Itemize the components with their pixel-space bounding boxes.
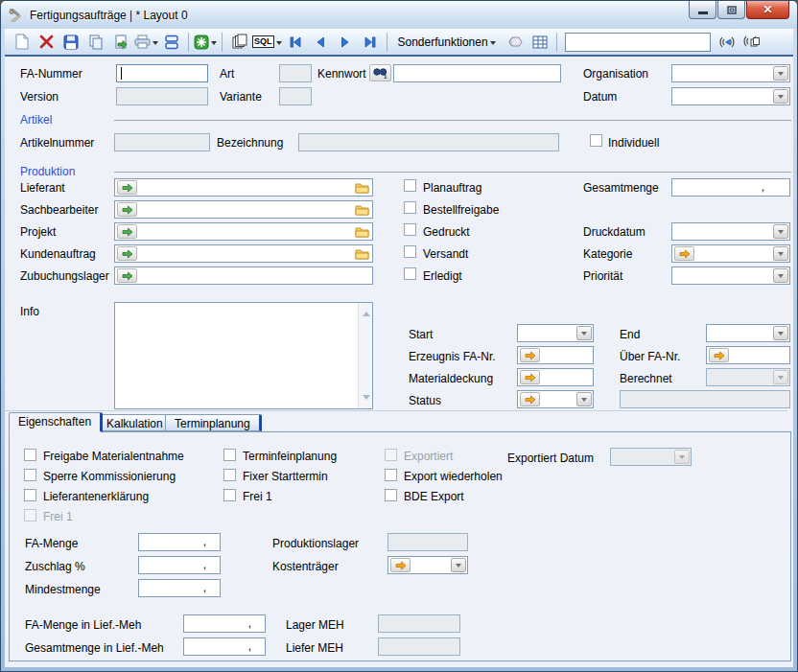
goto-sachbearbeiter-button[interactable]	[117, 202, 137, 217]
sql-button[interactable]: SQL	[252, 31, 282, 54]
chevron-down-icon[interactable]	[451, 558, 466, 572]
save-button[interactable]	[59, 31, 82, 54]
start-combo[interactable]	[517, 324, 594, 342]
minimize-button[interactable]	[689, 1, 716, 19]
terminfeinplanung-checkbox[interactable]	[223, 449, 236, 461]
tab-eigenschaften[interactable]: Eigenschaften	[9, 412, 103, 432]
fa-nummer-input[interactable]	[116, 64, 208, 82]
sachbearbeiter-input[interactable]	[114, 200, 373, 219]
artikelnummer-input[interactable]	[114, 133, 210, 151]
planauftrag-checkbox[interactable]	[404, 179, 416, 192]
sachbearbeiter-folder-icon[interactable]	[355, 203, 369, 216]
lieferant-input[interactable]	[114, 178, 373, 197]
copy-button[interactable]	[84, 31, 107, 54]
scroll-down-icon[interactable]	[363, 395, 370, 404]
goto-erzeugnis-button[interactable]	[520, 348, 540, 362]
versandt-checkbox[interactable]	[404, 245, 416, 258]
fa-menge-input[interactable]: ,	[138, 533, 221, 551]
status-combo[interactable]	[517, 390, 594, 408]
info-scrollbar[interactable]	[358, 303, 372, 408]
bde-export-checkbox[interactable]	[385, 489, 397, 501]
tab-terminplanung[interactable]: Terminplanung	[165, 414, 262, 431]
chevron-down-icon[interactable]	[674, 450, 690, 464]
liefer-meh-input[interactable]	[378, 637, 460, 656]
toolbar-search-input[interactable]	[565, 33, 711, 52]
erzeugnis-fa-nr-input[interactable]	[517, 346, 594, 364]
goto-status-button[interactable]	[520, 392, 540, 406]
sonderfunktionen-button[interactable]: Sonderfunktionen	[392, 31, 502, 54]
prioritaet-combo[interactable]	[671, 266, 790, 285]
chevron-down-icon[interactable]	[773, 66, 788, 81]
goto-projekt-button[interactable]	[117, 224, 137, 239]
nav-prev-button[interactable]	[309, 31, 332, 54]
chevron-down-icon[interactable]	[773, 246, 788, 261]
gesamtmenge-lief-input[interactable]: ,	[183, 637, 266, 656]
paste-button[interactable]	[109, 31, 132, 54]
chevron-down-icon[interactable]	[576, 392, 592, 406]
tab-kalkulation[interactable]: Kalkulation	[97, 414, 175, 431]
kostentraeger-combo[interactable]	[387, 556, 468, 574]
chevron-down-icon[interactable]	[773, 326, 788, 340]
chevron-down-icon[interactable]	[773, 370, 788, 384]
goto-kostentraeger-button[interactable]	[390, 558, 411, 572]
info-textarea[interactable]	[114, 302, 373, 409]
individuell-checkbox[interactable]	[590, 134, 602, 147]
version-input[interactable]	[116, 87, 208, 105]
produktionslager-input[interactable]	[387, 533, 468, 551]
fa-menge-lief-input[interactable]: ,	[183, 614, 266, 633]
mindestmenge-input[interactable]: ,	[138, 579, 221, 597]
projekt-input[interactable]	[114, 222, 373, 241]
lieferant-folder-icon[interactable]	[355, 181, 369, 194]
gesamtmenge-input[interactable]: ,	[671, 178, 790, 197]
ueber-fa-nr-input[interactable]	[706, 346, 790, 364]
goto-ueber-button[interactable]	[709, 348, 729, 362]
lager-meh-input[interactable]	[378, 614, 460, 633]
nav-last-button[interactable]	[359, 31, 382, 54]
goto-zubuchungslager-button[interactable]	[117, 268, 137, 283]
new-button[interactable]	[10, 31, 33, 54]
export-wiederholen-checkbox[interactable]	[385, 469, 397, 481]
kennwort-search-button[interactable]: 1	[369, 64, 391, 81]
kennwort-input[interactable]	[393, 64, 561, 82]
lieferantenerklaerung-checkbox[interactable]	[24, 489, 36, 501]
art-input[interactable]	[279, 64, 312, 82]
nav-first-button[interactable]	[284, 31, 307, 54]
bezeichnung-input[interactable]	[298, 133, 559, 151]
broadcast-all-button[interactable]	[740, 31, 763, 54]
chevron-down-icon[interactable]	[773, 89, 788, 104]
druckdatum-combo[interactable]	[671, 222, 790, 241]
goto-materialdeckung-button[interactable]	[520, 370, 540, 384]
refresh-button[interactable]	[194, 31, 217, 54]
freigabe-materialentnahme-checkbox[interactable]	[24, 449, 36, 461]
broadcast-button[interactable]	[716, 31, 739, 54]
kategorie-combo[interactable]	[671, 244, 790, 263]
end-combo[interactable]	[706, 324, 790, 342]
goto-kategorie-button[interactable]	[674, 246, 694, 261]
delete-button[interactable]	[35, 31, 58, 54]
chevron-down-icon[interactable]	[773, 224, 788, 239]
scroll-up-icon[interactable]	[363, 308, 370, 316]
sperre-kommissionierung-checkbox[interactable]	[24, 469, 36, 481]
zubuchungslager-input[interactable]	[114, 266, 373, 285]
pages-button[interactable]	[227, 31, 250, 54]
kundenauftrag-input[interactable]	[114, 244, 373, 263]
layout-button[interactable]	[160, 31, 183, 54]
datum-combo[interactable]	[671, 87, 790, 105]
restore-button[interactable]	[717, 1, 745, 19]
print-button[interactable]	[134, 31, 158, 54]
exportiert-datum-combo[interactable]	[610, 448, 692, 466]
kundenauftrag-folder-icon[interactable]	[355, 247, 369, 260]
nav-next-button[interactable]	[334, 31, 357, 54]
frei1-mitte-checkbox[interactable]	[223, 489, 236, 501]
grid-button[interactable]	[528, 31, 552, 54]
organisation-combo[interactable]	[671, 64, 790, 82]
gedruckt-checkbox[interactable]	[404, 223, 416, 236]
fixer-starttermin-checkbox[interactable]	[223, 469, 236, 481]
berechnet-combo[interactable]	[706, 368, 790, 386]
chevron-down-icon[interactable]	[773, 268, 788, 283]
close-button[interactable]: ✕	[746, 1, 789, 19]
goto-lieferant-button[interactable]	[117, 180, 137, 195]
materialdeckung-input[interactable]	[517, 368, 594, 386]
zuschlag-input[interactable]: ,	[138, 556, 221, 574]
clear-button[interactable]	[504, 31, 527, 54]
